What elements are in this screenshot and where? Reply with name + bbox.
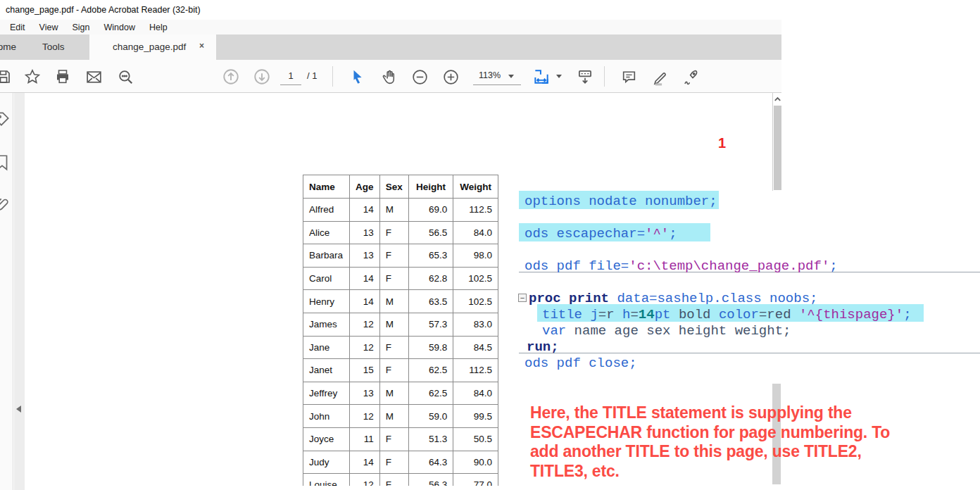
zoom-in-icon[interactable]	[441, 68, 460, 86]
menu-sign[interactable]: Sign	[65, 23, 96, 32]
menu-bar: EditViewSignWindowHelp	[0, 20, 781, 34]
horizontal-rule	[519, 353, 980, 353]
hand-tool-icon[interactable]	[379, 68, 398, 86]
toolbar-separator	[604, 66, 605, 87]
tab-document-label: change_page.pdf	[113, 42, 186, 52]
note-line: Here, the TITLE statement is supplying t…	[530, 403, 890, 423]
code-line: ods escapechar='^';	[524, 225, 677, 243]
code-line: var name age sex height weight;	[542, 322, 791, 340]
menu-help[interactable]: Help	[142, 23, 175, 32]
search-icon[interactable]	[116, 68, 134, 86]
menu-view[interactable]: View	[32, 23, 65, 32]
code-fold-icon[interactable]: −	[518, 294, 527, 302]
tab-bar: Home Tools change_page.pdf ×	[0, 34, 781, 60]
page-number-input[interactable]: 1	[280, 67, 301, 85]
note-line: TITLE3, etc.	[530, 462, 890, 482]
zoom-level-dropdown[interactable]: 113%	[473, 67, 521, 85]
note-line: add another TITLE to this page, use TITL…	[530, 442, 890, 462]
email-icon[interactable]	[84, 68, 103, 86]
toolbar: 1 / 1 113%	[0, 60, 781, 93]
select-tool-icon[interactable]	[348, 68, 366, 86]
print-icon[interactable]	[54, 68, 72, 86]
toolbar-separator	[332, 66, 333, 87]
zoom-out-icon[interactable]	[410, 68, 429, 86]
menu-edit[interactable]: Edit	[3, 23, 32, 32]
document-area: 1 NameAgeSexHeightWeight Alfred14M69.011…	[0, 93, 980, 490]
acrobat-reader-window: change_page.pdf - Adobe Acrobat Reader (…	[0, 0, 980, 490]
code-line: run;	[527, 339, 559, 356]
note-text: Here, the TITLE statement is supplying t…	[530, 403, 890, 481]
note-line: ESCAPECHAR function for page numbering. …	[530, 423, 890, 443]
window-title: change_page.pdf - Adobe Acrobat Reader (…	[6, 5, 201, 15]
zoom-level-value: 113%	[479, 67, 501, 84]
comment-icon[interactable]	[620, 68, 638, 86]
tab-tools[interactable]: Tools	[42, 42, 65, 52]
menu-window[interactable]: Window	[96, 23, 142, 32]
code-line: options nodate nonumber;	[524, 193, 717, 211]
previous-page-icon[interactable]	[222, 68, 240, 86]
page-count: / 1	[307, 67, 317, 85]
highlight-pen-icon[interactable]	[651, 68, 669, 86]
code-line: ods pdf close;	[524, 355, 637, 372]
code-line: ods pdf file='c:\temp\change_page.pdf';	[524, 258, 838, 275]
tab-home[interactable]: Home	[0, 42, 16, 52]
title-bar: change_page.pdf - Adobe Acrobat Reader (…	[0, 0, 980, 20]
code-line: title j=r h=14pt bold color=red '^{thisp…	[542, 306, 912, 324]
chevron-down-icon	[508, 75, 514, 78]
fit-width-icon[interactable]	[532, 68, 551, 86]
fill-sign-icon[interactable]	[681, 68, 700, 86]
tab-document[interactable]: change_page.pdf ×	[89, 34, 216, 60]
save-icon[interactable]	[0, 68, 13, 86]
page-scrolling-icon[interactable]	[576, 68, 594, 86]
star-favorites-icon[interactable]	[23, 68, 42, 86]
next-page-icon[interactable]	[253, 68, 271, 86]
chevron-down-icon[interactable]	[556, 75, 562, 78]
tab-close-icon[interactable]: ×	[199, 41, 204, 51]
